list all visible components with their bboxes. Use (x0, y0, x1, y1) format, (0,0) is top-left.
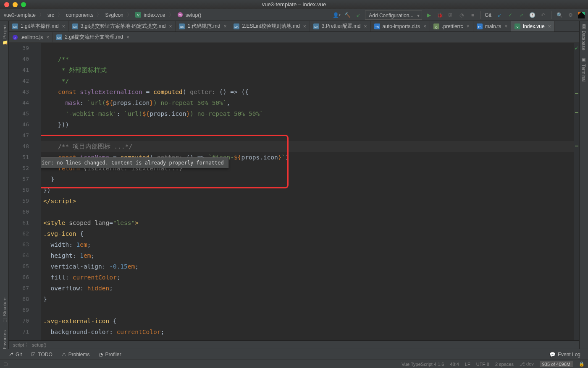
todo-tool-window-tab[interactable]: ☑TODO (27, 350, 56, 359)
indent-settings[interactable]: 2 spaces (495, 362, 514, 367)
close-icon[interactable]: × (223, 23, 226, 29)
editor-tab[interactable]: MD2.ESLint校验规则落地.md× (230, 21, 310, 31)
vcs-push-icon[interactable]: ↗ (517, 11, 525, 19)
breadcrumb-src[interactable]: src (46, 11, 55, 19)
bottom-tool-window-bar: ⎇Git ☑TODO ⚠Problems ◔Profiler 💬Event Lo… (0, 349, 588, 360)
code-line[interactable] (41, 206, 579, 217)
editor-tab[interactable]: MD1.代码规范.md× (176, 21, 230, 31)
stop-icon[interactable]: ■ (468, 11, 477, 19)
close-icon[interactable]: × (467, 23, 470, 29)
code-line[interactable]: background-color: currentColor; (41, 326, 579, 337)
editor-tab[interactable]: MD1.git基本操作.md× (9, 21, 69, 31)
code-line[interactable]: mask: `url(${props.icon}) no-repeat 50% … (41, 97, 579, 108)
sync-icon[interactable]: ↙ (354, 11, 362, 19)
code-line[interactable]: '-webkit-mask': `url(${props.icon}) no-r… (41, 108, 579, 119)
close-icon[interactable]: × (364, 23, 367, 29)
editor-tabs-row-1: MD1.git基本操作.md×MD3.git提交验证方案落地-约定式提交.md×… (9, 21, 588, 32)
editor-tab[interactable]: {}.prettierrc× (430, 21, 473, 31)
code-line[interactable]: })) (41, 119, 579, 130)
inspection-ok-icon[interactable]: ✓ (575, 44, 578, 51)
ide-icon[interactable] (577, 11, 585, 19)
user-icon[interactable]: 👤▾ (332, 11, 341, 19)
code-line[interactable]: height: 1em; (41, 250, 579, 261)
code-line[interactable]: .svg-external-icon { (41, 316, 579, 326)
breadcrumb-svgicon[interactable]: SvgIcon (104, 11, 124, 19)
structure-tool-window-tab[interactable]: ⬚Structure (1, 294, 8, 327)
line-separator[interactable]: LF (465, 362, 470, 367)
editor-tab[interactable]: MD2.git提交流程分支管理.md× (53, 32, 133, 42)
editor-tab[interactable]: TSauto-imports.d.ts× (371, 21, 430, 31)
code-line[interactable]: const styleExternalIcon = computed( gett… (41, 86, 579, 97)
code-line[interactable]: width: 1em; (41, 239, 579, 250)
tab-label: 1.代码规范.md (187, 23, 220, 30)
close-icon[interactable]: × (46, 34, 49, 40)
tool-windows-toggle-icon[interactable]: ▢ (3, 361, 8, 367)
editor-tab[interactable]: Vindex.vue× (511, 21, 554, 31)
breadcrumb-components[interactable]: components (65, 11, 94, 19)
fold-gutter[interactable] (32, 43, 41, 340)
breadcrumb-file[interactable]: V index.vue (134, 11, 167, 19)
editor-tab[interactable]: MD3.git提交验证方案落地-约定式提交.md× (69, 21, 176, 31)
search-icon[interactable]: 🔍 (555, 11, 564, 19)
code-line[interactable] (41, 305, 579, 316)
vcs-rollback-icon[interactable]: ↶ (539, 11, 547, 19)
terminal-tool-window-tab[interactable]: ▣Terminal (580, 54, 588, 85)
code-area[interactable]: /** * 外部图标样式 */ const styleExternalIcon … (41, 43, 579, 340)
code-line[interactable]: /** (41, 54, 579, 65)
git-branch[interactable]: ⎇ dev (520, 361, 534, 367)
chevron-right-icon: 〉 (39, 11, 45, 18)
code-line[interactable]: vertical-align: -0.15em; (41, 261, 579, 272)
close-icon[interactable]: × (423, 23, 426, 29)
editor-tab[interactable]: TSmain.ts× (473, 21, 512, 31)
build-icon[interactable]: 🔨 (343, 11, 352, 19)
file-encoding[interactable]: UTF-8 (476, 362, 489, 367)
close-icon[interactable]: × (303, 23, 306, 29)
breadcrumb-project[interactable]: vue3-template (3, 11, 37, 19)
code-line[interactable]: } (41, 294, 579, 305)
editor-tab[interactable]: ○.eslintrc.js× (9, 32, 53, 42)
vue-ts-version[interactable]: Vue TypeScript 4.1.6 (402, 362, 444, 367)
close-icon[interactable]: × (62, 23, 65, 29)
run-icon[interactable]: ▶ (425, 11, 433, 19)
close-icon[interactable]: × (126, 34, 129, 40)
close-icon[interactable]: × (548, 23, 551, 29)
svg-text:MD: MD (73, 25, 77, 28)
profiler-icon[interactable]: ◔ (457, 11, 466, 19)
database-tool-window-tab[interactable]: 🗄Database (580, 21, 587, 54)
code-line[interactable]: <style scoped lang="less"> (41, 217, 579, 228)
git-tool-window-tab[interactable]: ⎇Git (3, 350, 26, 359)
run-config-dropdown[interactable]: Add Configuration... (365, 10, 422, 20)
breadcrumb-script[interactable]: script (13, 342, 24, 347)
editor[interactable]: 3940414243444546474851525758596061626364… (9, 43, 579, 340)
line-number-gutter[interactable]: 3940414243444546474851525758596061626364… (9, 43, 32, 340)
vcs-commit-icon[interactable]: ✓ (506, 11, 514, 19)
code-line[interactable]: fill: currentColor; (41, 272, 579, 283)
debug-icon[interactable]: 🐞 (436, 11, 444, 19)
vcs-update-icon[interactable]: ↙ (495, 11, 504, 19)
close-icon[interactable]: × (504, 23, 507, 29)
caret-position[interactable]: 48:4 (450, 362, 459, 367)
code-line[interactable]: .svg-icon { (41, 228, 579, 239)
vcs-history-icon[interactable]: 🕐 (528, 11, 536, 19)
close-icon[interactable]: × (169, 23, 172, 29)
code-line[interactable]: * 外部图标样式 (41, 65, 579, 76)
memory-indicator[interactable]: 935 of 4096M (540, 361, 573, 367)
problems-tool-window-tab[interactable]: ⚠Problems (58, 350, 94, 359)
jetbrains-icon (578, 12, 585, 18)
event-log-icon: 💬 (549, 352, 556, 358)
lock-icon[interactable]: 🔒 (579, 361, 585, 367)
breadcrumb-method[interactable]: m setup() (176, 11, 203, 19)
code-line[interactable]: overflow: hidden; (41, 283, 579, 294)
code-line[interactable]: </script> (41, 196, 579, 206)
editor-tab[interactable]: MD3.Prettier配置.md× (310, 21, 371, 31)
code-line[interactable]: */ (41, 76, 579, 86)
settings-icon[interactable]: ⚙ (566, 11, 575, 19)
code-line[interactable] (41, 43, 579, 54)
project-tool-window-tab[interactable]: 📁Project (1, 21, 8, 49)
breadcrumb-setup[interactable]: setup() (32, 342, 46, 347)
tab-label: .eslintrc.js (21, 34, 43, 40)
profiler-tool-window-tab[interactable]: ◔Profiler (94, 350, 125, 359)
error-stripe[interactable]: ✓ (574, 43, 579, 340)
event-log-tab[interactable]: 💬Event Log (545, 350, 585, 359)
coverage-icon[interactable]: ⛨ (446, 11, 455, 19)
